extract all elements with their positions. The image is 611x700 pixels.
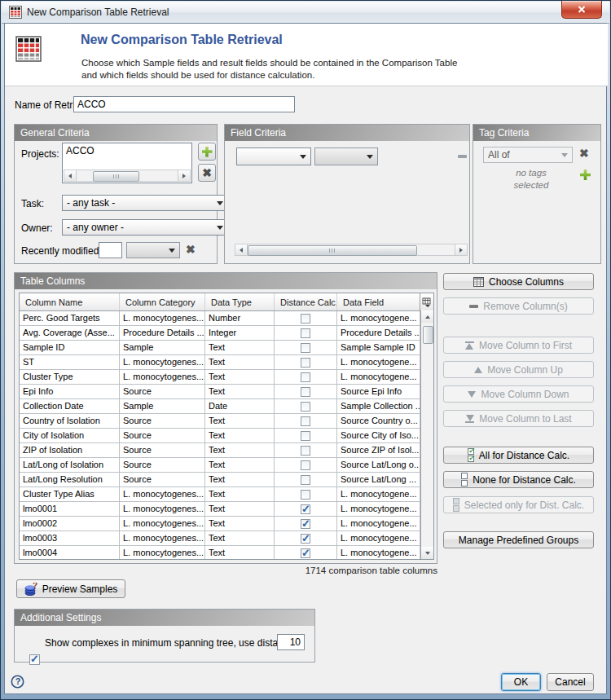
distance-calc-checkbox[interactable] [301, 519, 310, 529]
preview-samples-button[interactable]: ? Preview Samples [16, 579, 125, 598]
table-row[interactable]: STL. monocytogenes...TextL. monocytogene… [20, 355, 433, 370]
scroll-left-button[interactable] [64, 170, 77, 181]
cell-data-field[interactable]: Source Country o... [337, 414, 420, 428]
clear-recently-modified-icon[interactable]: ✖ [186, 244, 196, 255]
table-row[interactable]: City of IsolationSourceTextSource City o… [20, 429, 433, 443]
distance-calc-checkbox[interactable] [301, 402, 310, 412]
scrollbar-thumb[interactable] [248, 245, 417, 256]
cell-column-category[interactable]: L. monocytogenes... [120, 370, 205, 384]
choose-columns-button[interactable]: Choose Columns [443, 273, 594, 290]
help-icon[interactable]: ? [11, 675, 24, 689]
cell-column-name[interactable]: Lat/Long of Isolation [20, 458, 120, 472]
cell-data-type[interactable]: Text [205, 443, 275, 457]
cell-column-name[interactable]: ZIP of Isolation [20, 443, 120, 457]
distance-calc-checkbox[interactable] [301, 460, 310, 470]
cell-data-field[interactable]: L. monocytogene... [337, 487, 420, 501]
table-row[interactable]: Cluster Type AliasL. monocytogenes...Tex… [20, 487, 433, 502]
distance-calc-checkbox[interactable] [301, 504, 310, 514]
cell-data-field[interactable]: Sample Sample ID [337, 341, 420, 354]
cell-column-category[interactable]: Sample [120, 341, 205, 354]
cell-data-type[interactable]: Text [205, 370, 275, 384]
scrollbar-thumb[interactable] [93, 171, 139, 182]
cell-data-type[interactable]: Date [205, 399, 275, 413]
retrieval-name-input[interactable] [73, 96, 295, 112]
recently-modified-unit-dropdown[interactable] [126, 242, 180, 258]
table-row[interactable]: Epi InfoSourceTextSource Epi Info [20, 385, 433, 399]
cell-data-type[interactable]: Text [205, 458, 275, 472]
distance-calc-checkbox[interactable] [301, 358, 310, 368]
distance-calc-checkbox[interactable] [301, 328, 310, 338]
table-row[interactable]: Avg. Coverage (Asse...Procedure Details … [20, 326, 433, 341]
cell-data-field[interactable]: Procedure Details ... [337, 326, 420, 340]
cell-column-category[interactable]: L. monocytogenes... [120, 546, 205, 559]
projects-hscrollbar[interactable] [64, 169, 191, 182]
cancel-button[interactable]: Cancel [547, 673, 594, 691]
cell-column-category[interactable]: Procedure Details ... [120, 326, 205, 340]
column-selector-button[interactable] [420, 293, 433, 310]
cell-data-type[interactable]: Text [205, 429, 275, 442]
distance-calc-checkbox[interactable] [301, 416, 310, 426]
distance-calc-checkbox[interactable] [301, 343, 310, 353]
cell-column-name[interactable]: Cluster Type Alias [20, 487, 120, 501]
column-header-distance[interactable]: Distance Calc. [275, 293, 337, 310]
scroll-right-button[interactable] [455, 244, 467, 255]
column-header-name[interactable]: Column Name [20, 293, 120, 310]
table-row[interactable]: Collection DateSampleDateSample Collecti… [20, 399, 433, 414]
table-row[interactable]: Cluster TypeL. monocytogenes...TextL. mo… [20, 370, 433, 385]
cell-data-field[interactable]: L. monocytogene... [337, 311, 420, 325]
cell-data-type[interactable]: Text [205, 341, 275, 354]
cell-data-field[interactable]: Source Lat/Long o... [337, 458, 420, 472]
remove-criterion-icon[interactable] [458, 155, 467, 158]
ok-button[interactable]: OK [501, 673, 541, 691]
cell-column-name[interactable]: Country of Isolation [20, 414, 120, 428]
cell-column-name[interactable]: Collection Date [20, 399, 120, 413]
remove-project-button[interactable]: ✖ [198, 164, 216, 182]
cell-data-type[interactable]: Text [205, 355, 275, 369]
cell-column-name[interactable]: Cluster Type [20, 370, 120, 384]
cell-data-field[interactable]: L. monocytogene... [337, 502, 420, 516]
distance-calc-checkbox[interactable] [301, 490, 310, 500]
manage-groups-button[interactable]: Manage Predefined Groups [443, 531, 594, 548]
cell-data-type[interactable]: Text [205, 546, 275, 559]
cell-column-category[interactable]: Source [120, 473, 205, 486]
cell-data-type[interactable]: Text [205, 502, 275, 516]
cell-data-field[interactable]: Source City of Iso... [337, 429, 420, 442]
cell-column-category[interactable]: L. monocytogenes... [120, 487, 205, 501]
projects-list-item[interactable]: ACCO [63, 143, 191, 156]
move-column-last-button[interactable]: Move Column to Last [443, 410, 594, 427]
cell-column-name[interactable]: Lat/Long Resolution [20, 473, 120, 486]
field-criteria-field-dropdown[interactable] [236, 147, 311, 165]
column-header-datafield[interactable]: Data Field [337, 293, 420, 310]
distance-calc-checkbox[interactable] [301, 446, 310, 456]
cell-column-name[interactable]: City of Isolation [20, 429, 120, 442]
cell-data-field[interactable]: L. monocytogene... [337, 370, 420, 384]
recently-modified-input[interactable] [99, 242, 122, 258]
cell-data-field[interactable]: Source Epi Info [337, 385, 420, 398]
cell-column-name[interactable]: Avg. Coverage (Asse... [20, 326, 120, 340]
all-distance-button[interactable]: All for Distance Calc. [443, 447, 594, 464]
cell-column-name[interactable]: lmo0003 [20, 531, 120, 545]
table-row[interactable]: Perc. Good TargetsL. monocytogenes...Num… [20, 311, 433, 326]
cell-data-field[interactable]: L. monocytogene... [337, 531, 420, 545]
distance-value-input[interactable] [277, 634, 305, 650]
cell-column-name[interactable]: lmo0001 [20, 502, 120, 516]
table-row[interactable]: Lat/Long of IsolationSourceTextSource La… [20, 458, 433, 473]
scrollbar-thumb[interactable] [423, 326, 433, 344]
scroll-up-button[interactable] [421, 310, 433, 323]
cell-column-name[interactable]: lmo0002 [20, 517, 120, 531]
clear-tags-icon[interactable]: ✖ [579, 147, 589, 159]
scroll-down-button[interactable] [421, 547, 433, 559]
cell-data-type[interactable]: Text [205, 531, 275, 545]
table-row[interactable]: lmo0001L. monocytogenes...TextL. monocyt… [20, 502, 433, 517]
scroll-right-button[interactable] [178, 170, 190, 181]
cell-column-category[interactable]: Source [120, 385, 205, 398]
selected-distance-button[interactable]: Selected only for Dist. Calc. [443, 496, 594, 513]
cell-data-type[interactable]: Integer [205, 326, 275, 340]
cell-data-field[interactable]: L. monocytogene... [337, 546, 420, 559]
cell-data-field[interactable]: Source ZIP of Isol... [337, 443, 420, 457]
distance-calc-checkbox[interactable] [301, 314, 310, 324]
cell-data-type[interactable]: Text [205, 414, 275, 428]
cell-column-category[interactable]: Source [120, 458, 205, 472]
cell-column-category[interactable]: Source [120, 443, 205, 457]
cell-column-name[interactable]: Perc. Good Targets [20, 311, 120, 325]
